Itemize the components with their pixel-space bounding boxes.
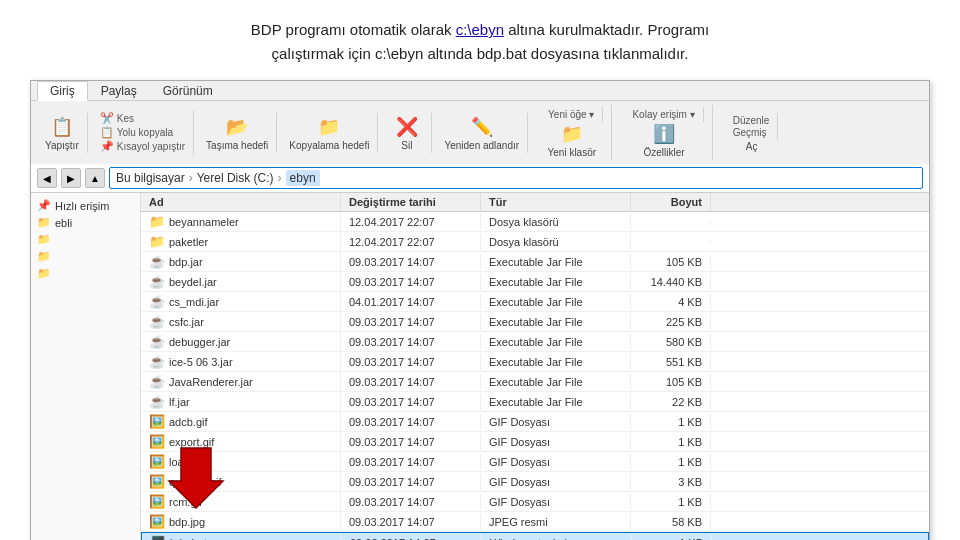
toolbar-tabs: Giriş Paylaş Görünüm bbox=[31, 81, 929, 101]
file-icon: ☕ bbox=[149, 394, 165, 409]
file-type: GIF Dosyası bbox=[481, 454, 631, 470]
file-type: Windows toplu iş ... bbox=[482, 535, 632, 541]
file-name: ☕ice-5 06 3.jar bbox=[141, 352, 341, 371]
file-size: 22 KB bbox=[631, 394, 711, 410]
sidebar-item-ebli[interactable]: 📁 ebli bbox=[31, 214, 140, 231]
file-size: 105 KB bbox=[631, 374, 711, 390]
copy-label: Kopyalama hedefi bbox=[289, 140, 369, 151]
file-row[interactable]: 📁beyannameler 12.04.2017 22:07 Dosya kla… bbox=[141, 212, 929, 232]
file-name: 📁paketler bbox=[141, 232, 341, 251]
cut-label: Kes bbox=[117, 113, 134, 124]
props-icon[interactable]: ℹ️ bbox=[650, 122, 678, 146]
file-name: 🖼️rcm.gif bbox=[141, 492, 341, 511]
file-row[interactable]: ☕cs_mdi.jar 04.01.2017 14:07 Executable … bbox=[141, 292, 929, 312]
file-row[interactable]: 📁paketler 12.04.2017 22:07 Dosya klasörü bbox=[141, 232, 929, 252]
open-label: Aç bbox=[746, 141, 758, 152]
new-folder-icon[interactable]: 📁 bbox=[558, 122, 586, 146]
file-row[interactable]: ☕debugger.jar 09.03.2017 14:07 Executabl… bbox=[141, 332, 929, 352]
forward-button[interactable]: ▶ bbox=[61, 168, 81, 188]
delete-icon[interactable]: ❌ bbox=[393, 115, 421, 139]
file-row[interactable]: ☕csfc.jar 09.03.2017 14:07 Executable Ja… bbox=[141, 312, 929, 332]
tab-gorunum[interactable]: Görünüm bbox=[150, 81, 226, 100]
ebli-label: ebli bbox=[55, 217, 72, 229]
col-header-size[interactable]: Boyut bbox=[631, 193, 711, 211]
file-row[interactable]: 🖼️load.gif 09.03.2017 14:07 GIF Dosyası … bbox=[141, 452, 929, 472]
new-item-item[interactable]: Yeni öğe ▾ bbox=[548, 109, 594, 120]
file-name: ☕beydel.jar bbox=[141, 272, 341, 291]
file-row[interactable]: ☕bdp.jar 09.03.2017 14:07 Executable Jar… bbox=[141, 252, 929, 272]
header-line1b: altına kurulmaktadır. Programı bbox=[504, 21, 709, 38]
file-size: 551 KB bbox=[631, 354, 711, 370]
paste-shortcut-item[interactable]: 📌 Kısayol yapıştır bbox=[100, 140, 185, 153]
header-line1: BDP programı otomatik olarak bbox=[251, 21, 456, 38]
edit-item[interactable]: Düzenle bbox=[733, 115, 770, 126]
tab-giris[interactable]: Giriş bbox=[37, 81, 88, 101]
file-row[interactable]: ☕ice-5 06 3.jar 09.03.2017 14:07 Executa… bbox=[141, 352, 929, 372]
path-current: ebyn bbox=[286, 170, 320, 186]
sidebar-item-quickaccess[interactable]: 📌 Hızlı erişim bbox=[31, 197, 140, 214]
file-date: 09.03.2017 14:07 bbox=[341, 254, 481, 270]
file-icon: 📁 bbox=[149, 234, 165, 249]
copy-path-label: Yolu kopyala bbox=[117, 127, 173, 138]
rename-icon[interactable]: ✏️ bbox=[468, 115, 496, 139]
copy-icon[interactable]: 📁 bbox=[315, 115, 343, 139]
sidebar-item-1[interactable]: 📁 bbox=[31, 231, 140, 248]
file-icon: ☕ bbox=[149, 334, 165, 349]
back-button[interactable]: ◀ bbox=[37, 168, 57, 188]
tab-paylas[interactable]: Paylaş bbox=[88, 81, 150, 100]
file-size: 580 KB bbox=[631, 334, 711, 350]
file-type: Executable Jar File bbox=[481, 394, 631, 410]
file-row[interactable]: ☕lf.jar 09.03.2017 14:07 Executable Jar … bbox=[141, 392, 929, 412]
copy-path-item[interactable]: 📋 Yolu kopyala bbox=[100, 126, 185, 139]
toolbar-group-paste: 📋 Yapıştır bbox=[37, 113, 88, 153]
file-name: ☕debugger.jar bbox=[141, 332, 341, 351]
file-name: 🖼️load.gif bbox=[141, 452, 341, 471]
sidebar-item-2[interactable]: 📁 bbox=[31, 248, 140, 265]
move-label: Taşıma hedefi bbox=[206, 140, 268, 151]
file-type: Executable Jar File bbox=[481, 354, 631, 370]
paste-icon[interactable]: 📋 bbox=[48, 115, 76, 139]
history-item[interactable]: Geçmiş bbox=[733, 127, 770, 138]
delete-label: Sil bbox=[401, 140, 412, 151]
toolbar-group-rename: ✏️ Yeniden adlandır bbox=[436, 113, 528, 153]
path-sep1: › bbox=[189, 171, 193, 185]
quickaccess-label: Hızlı erişim bbox=[55, 200, 109, 212]
file-row[interactable]: ☕beydel.jar 09.03.2017 14:07 Executable … bbox=[141, 272, 929, 292]
header-link[interactable]: c:\ebyn bbox=[456, 21, 504, 38]
file-name: ☕bdp.jar bbox=[141, 252, 341, 271]
easy-access-item[interactable]: Kolay erişim ▾ bbox=[632, 109, 694, 120]
file-row[interactable]: 🖼️adcb.gif 09.03.2017 14:07 GIF Dosyası … bbox=[141, 412, 929, 432]
file-list-header: Ad Değiştirme tarihi Tür Boyut bbox=[141, 193, 929, 212]
col-header-date[interactable]: Değiştirme tarihi bbox=[341, 193, 481, 211]
file-date: 12.04.2017 22:07 bbox=[341, 234, 481, 250]
file-icon: 🖼️ bbox=[149, 474, 165, 489]
file-icon: ☕ bbox=[149, 294, 165, 309]
file-size: 14.440 KB bbox=[631, 274, 711, 290]
file-type: Executable Jar File bbox=[481, 254, 631, 270]
toolbar-group-new: Yeni öğe ▾ 📁 Yeni klasör bbox=[532, 105, 612, 160]
col-header-type[interactable]: Tür bbox=[481, 193, 631, 211]
copy-path-icon: 📋 bbox=[100, 126, 114, 139]
file-size: 3 KB bbox=[631, 474, 711, 490]
up-button[interactable]: ▲ bbox=[85, 168, 105, 188]
col-header-name[interactable]: Ad bbox=[141, 193, 341, 211]
file-date: 09.03.2017 14:07 bbox=[341, 334, 481, 350]
file-row[interactable]: ☕JavaRenderer.jar 09.03.2017 14:07 Execu… bbox=[141, 372, 929, 392]
file-size bbox=[631, 240, 711, 244]
file-size: 105 KB bbox=[631, 254, 711, 270]
file-row[interactable]: 🖼️quanligi.gif 09.03.2017 14:07 GIF Dosy… bbox=[141, 472, 929, 492]
file-row[interactable]: 🖼️bdp.jpg 09.03.2017 14:07 JPEG resmi 58… bbox=[141, 512, 929, 532]
file-icon: 🖼️ bbox=[149, 514, 165, 529]
page-container: BDP programı otomatik olarak c:\ebyn alt… bbox=[0, 0, 960, 540]
file-icon: ☕ bbox=[149, 274, 165, 289]
file-row[interactable]: 🖼️rcm.gif 09.03.2017 14:07 GIF Dosyası 1… bbox=[141, 492, 929, 512]
move-icon[interactable]: 📂 bbox=[223, 115, 251, 139]
address-path[interactable]: Bu bilgisayar › Yerel Disk (C:) › ebyn bbox=[109, 167, 923, 189]
file-row[interactable]: 🖼️export.gif 09.03.2017 14:07 GIF Dosyas… bbox=[141, 432, 929, 452]
cut-item[interactable]: ✂️ Kes bbox=[100, 112, 185, 125]
file-row[interactable]: 🖥️bdp.bat 09.03.2017 14:07 Windows toplu… bbox=[141, 532, 929, 540]
sidebar-item-3[interactable]: 📁 bbox=[31, 265, 140, 282]
file-icon: ☕ bbox=[149, 374, 165, 389]
file-type: JPEG resmi bbox=[481, 514, 631, 530]
file-type: Executable Jar File bbox=[481, 334, 631, 350]
